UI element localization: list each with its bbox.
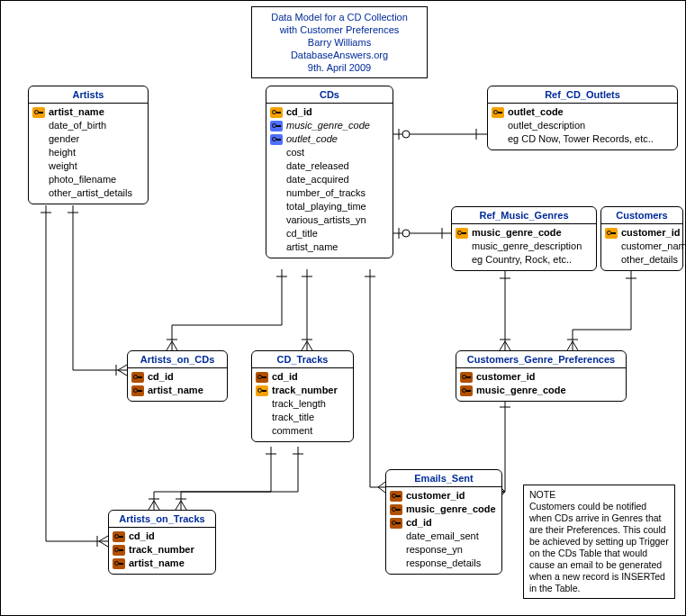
rel-cds-genres [393, 228, 451, 239]
field-name: date_of_birth [49, 119, 106, 132]
svg-line-69 [154, 501, 159, 510]
svg-line-34 [505, 341, 510, 350]
field-row: cd_title [270, 227, 387, 240]
field-name: artist_name [49, 105, 104, 119]
field-row: eg Country, Rock, etc.. [456, 253, 591, 267]
svg-line-75 [176, 501, 181, 510]
spacer [256, 426, 268, 437]
entity-fields: cd_idtrack_numberartist_name [109, 528, 215, 574]
field-name: artist_name [129, 557, 185, 570]
spacer [270, 188, 283, 199]
rel-genres-custgenre [500, 271, 510, 350]
field-name: response_yn [406, 543, 463, 557]
svg-line-19 [172, 341, 177, 350]
field-name: comment [272, 424, 312, 438]
field-row: photo_filename [32, 173, 142, 186]
field-name: music_genre_code [472, 226, 562, 240]
field-name: date_acquired [286, 173, 349, 186]
note-heading: NOTE [529, 489, 669, 501]
field-row: other_details [605, 253, 677, 267]
field-name: height [49, 146, 76, 159]
svg-line-11 [118, 365, 127, 370]
entity-fields: outlet_codeoutlet_descriptioneg CD Now, … [488, 104, 677, 149]
entity-ref-cd-outlets: Ref_CD_Outletsoutlet_codeoutlet_descript… [487, 86, 678, 150]
pf-key-icon [460, 372, 473, 383]
field-name: customer_id [406, 489, 465, 503]
field-row: various_artists_yn [270, 213, 387, 227]
field-name: gender [49, 132, 79, 146]
field-name: customer_id [621, 226, 680, 240]
entity-customers-genre-preferences: Customers_Genre_Preferencescustomer_idmu… [456, 350, 627, 402]
field-row: music_genre_code [456, 226, 591, 240]
spacer [492, 134, 504, 145]
svg-line-61 [99, 536, 108, 541]
rel-customers-custgenre [567, 271, 636, 350]
field-name: music_genre_code [286, 119, 370, 132]
svg-point-6 [402, 230, 410, 237]
entity-title: Artists [29, 86, 148, 104]
field-row: music_genre_code [270, 119, 387, 132]
svg-line-40 [567, 341, 573, 350]
svg-line-23 [302, 341, 307, 350]
field-row: customer_id [460, 370, 620, 384]
field-row: customer_id [605, 226, 677, 240]
field-row: outlet_code [492, 105, 672, 119]
entity-fields: artist_namedate_of_birthgenderheightweig… [29, 104, 148, 204]
field-name: photo_filename [49, 173, 116, 186]
title-line: 9th. April 2009 [257, 61, 421, 74]
entity-title: Customers_Genre_Preferences [456, 351, 626, 368]
field-name: other_details [621, 253, 678, 267]
entity-title: Artists_on_Tracks [109, 511, 215, 528]
field-name: music_genre_code [406, 503, 496, 516]
field-name: music_genre_code [476, 384, 566, 397]
field-row: date_of_birth [32, 119, 142, 132]
spacer [605, 241, 618, 252]
field-row: total_playing_time [270, 200, 387, 213]
fk-key-icon [270, 134, 283, 145]
diagram-note: NOTE Customers could be notified when CD… [523, 485, 675, 599]
field-row: artist_name [131, 384, 221, 397]
field-row: date_email_sent [390, 530, 496, 543]
field-row: artist_name [113, 557, 210, 570]
field-row: track_title [256, 411, 348, 424]
field-name: outlet_description [508, 119, 585, 132]
pk-key-icon [456, 228, 468, 239]
field-name: artist_name [286, 240, 338, 254]
entity-title: CDs [266, 86, 393, 104]
field-row: track_number [113, 543, 210, 557]
entity-fields: customer_idmusic_genre_codecd_iddate_ema… [386, 487, 501, 574]
entity-title: CD_Tracks [252, 351, 353, 368]
field-row: customer_id [390, 489, 496, 503]
field-row: gender [32, 132, 142, 146]
field-name: eg Country, Rock, etc.. [472, 253, 572, 267]
spacer [270, 229, 283, 240]
spacer [270, 242, 283, 253]
field-row: cd_id [270, 105, 387, 119]
entity-fields: music_genre_codemusic_genre_descriptione… [452, 224, 596, 270]
title-line: Barry Williams [257, 36, 421, 49]
spacer [270, 175, 283, 186]
entity-emails-sent: Emails_Sentcustomer_idmusic_genre_codecd… [385, 469, 502, 575]
entity-fields: cd_idartist_name [128, 368, 227, 401]
entity-ref-music-genres: Ref_Music_Genresmusic_genre_codemusic_ge… [451, 206, 597, 271]
title-line: with Customer Preferences [257, 23, 421, 36]
field-name: eg CD Now, Tower Records, etc.. [508, 132, 654, 146]
svg-line-24 [307, 341, 312, 350]
entity-title: Artists_on_CDs [128, 351, 227, 368]
rel-cdtracks-artistsontracks [149, 447, 303, 510]
pf-key-icon [113, 558, 125, 569]
field-name: cd_id [272, 370, 298, 384]
field-name: music_genre_description [472, 240, 582, 253]
pf-key-icon [131, 385, 144, 396]
field-row: music_genre_code [460, 384, 620, 397]
field-row: cd_id [256, 370, 348, 384]
field-name: track_number [129, 543, 194, 557]
field-row: eg CD Now, Tower Records, etc.. [492, 132, 672, 146]
pk-key-icon [256, 385, 268, 396]
pk-key-icon [270, 107, 283, 118]
svg-line-18 [167, 341, 172, 350]
field-row: weight [32, 159, 142, 173]
entity-fields: customer_idmusic_genre_code [456, 368, 626, 401]
field-name: weight [49, 159, 77, 173]
field-row: cd_id [390, 516, 496, 530]
